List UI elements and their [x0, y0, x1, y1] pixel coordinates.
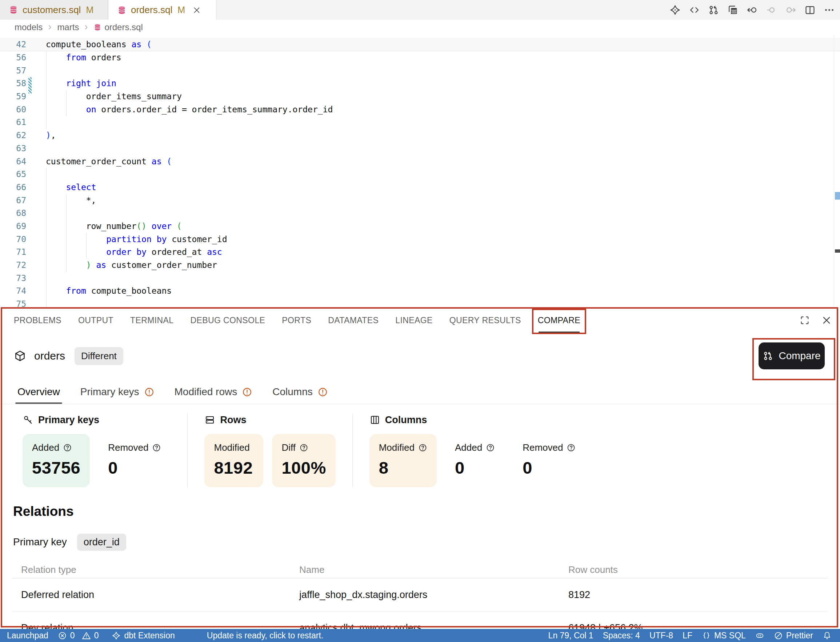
breadcrumb-item-models[interactable]: models: [15, 22, 42, 32]
stat-card-label-text: Modified: [214, 442, 250, 453]
subtab-modified-rows[interactable]: Modified rows: [175, 380, 252, 404]
panel-tab-terminal[interactable]: TERMINAL: [130, 315, 174, 326]
code-token: order by: [106, 247, 146, 257]
help-icon[interactable]: [418, 443, 427, 452]
status-item-notifications[interactable]: [818, 629, 836, 642]
help-icon[interactable]: [566, 443, 576, 452]
stat-section-title: Primary keys: [23, 414, 170, 426]
close-icon[interactable]: [821, 315, 832, 326]
status-item-update-notice[interactable]: Update is ready, click to restart.: [202, 629, 328, 642]
line-number: 56: [0, 51, 26, 64]
stat-card-removed: Removed0: [513, 434, 585, 487]
indent-guide: [66, 220, 66, 233]
open-changes-prev-icon[interactable]: [746, 4, 758, 16]
indent-guide: [46, 285, 47, 298]
help-icon[interactable]: [299, 443, 308, 452]
status-item-cursor-position[interactable]: Ln 79, Col 1: [544, 629, 598, 642]
column-header: Relation type: [12, 564, 299, 576]
code-line-69: 69 row_number() over (: [0, 220, 840, 233]
status-item-dbt-extension[interactable]: dbt Extension: [107, 629, 179, 642]
stat-card-label: Removed: [522, 442, 576, 453]
breadcrumb-label: models: [15, 22, 42, 32]
code-token: partition by: [106, 235, 167, 244]
table-cell: 8192: [568, 589, 828, 601]
editor-tab-orders-sql[interactable]: orders.sqlM: [108, 0, 216, 20]
overview-ruler-border: [834, 35, 834, 307]
duplicate-table-icon[interactable]: [727, 4, 739, 16]
editor-tab-customers-sql[interactable]: customers.sqlM: [0, 0, 108, 19]
overview-ruler-cursor-marker[interactable]: [835, 250, 840, 253]
code-line-72: 72 ) as customer_order_number: [0, 259, 840, 272]
stat-section-title-label: Rows: [220, 414, 246, 426]
panel-tab-debug-console[interactable]: DEBUG CONSOLE: [190, 315, 265, 326]
stat-card-value: 8: [379, 458, 427, 478]
line-number: 62: [0, 129, 26, 142]
code-token: select: [66, 183, 96, 192]
panel-tab-lineage[interactable]: LINEAGE: [395, 315, 433, 326]
status-label: Spaces: 4: [603, 631, 640, 640]
panel-tab-ports[interactable]: PORTS: [282, 315, 311, 326]
split-editor-icon[interactable]: [804, 4, 816, 16]
compare-subtabs: OverviewPrimary keysModified rowsColumns: [0, 380, 840, 404]
stat-card-value: 0: [455, 458, 495, 478]
subtab-columns[interactable]: Columns: [272, 380, 327, 404]
panel-tab-problems[interactable]: PROBLEMS: [14, 315, 62, 326]
subtab-primary-keys[interactable]: Primary keys: [80, 380, 154, 404]
indent-guide: [66, 194, 66, 207]
code-token: [46, 53, 66, 62]
open-changes-next-icon[interactable]: [785, 4, 796, 16]
status-item-language-mode[interactable]: MS SQL: [697, 629, 751, 642]
breadcrumb-item-marts[interactable]: marts: [57, 22, 79, 32]
code-line-63: 63: [0, 142, 840, 155]
help-icon[interactable]: [63, 443, 72, 452]
subtab-overview[interactable]: Overview: [18, 380, 60, 404]
panel-tab-compare[interactable]: COMPARE: [538, 315, 581, 326]
panel-tab-datamates[interactable]: DATAMATES: [328, 315, 379, 326]
stat-card-value: 0: [522, 458, 576, 478]
compare-button[interactable]: Compare: [759, 342, 825, 370]
status-item-encoding[interactable]: UTF-8: [645, 629, 678, 642]
close-icon[interactable]: [192, 6, 201, 15]
code-token: as: [131, 40, 141, 49]
code-token: from: [66, 286, 86, 295]
indent-guide: [46, 116, 47, 129]
status-item-copilot[interactable]: [751, 629, 769, 642]
maximize-icon[interactable]: [799, 315, 810, 326]
code-line-74: 74 from compute_booleans: [0, 285, 840, 298]
status-item-prettier[interactable]: Prettier: [769, 629, 818, 642]
editor-toolbar: [670, 0, 835, 19]
columns-icon: [370, 414, 380, 425]
database-icon: [9, 5, 18, 15]
indent-guide: [66, 246, 66, 259]
status-item-launchpad[interactable]: Launchpad: [2, 629, 53, 642]
code-token: (: [146, 40, 152, 49]
help-icon[interactable]: [486, 443, 495, 452]
code-line-62: 62),: [0, 129, 840, 142]
dbt-power-user-icon[interactable]: [670, 4, 681, 16]
status-bar-left: Launchpad00dbt ExtensionUpdate is ready,…: [0, 629, 328, 642]
status-count: 0: [70, 631, 75, 640]
stat-section-title: Rows: [204, 414, 335, 426]
status-label: Ln 79, Col 1: [548, 631, 594, 640]
status-item-indentation[interactable]: Spaces: 4: [598, 629, 645, 642]
help-icon[interactable]: [152, 443, 161, 452]
breadcrumb-label: marts: [57, 22, 79, 32]
ellipsis-icon[interactable]: [824, 4, 835, 16]
status-label: UTF-8: [649, 631, 673, 640]
code-token: right join: [66, 78, 116, 88]
code-line-64: 64customer_order_count as (: [0, 155, 840, 168]
status-item-problems[interactable]: 00: [53, 629, 107, 642]
stat-card-added: Added53756: [23, 434, 90, 487]
git-compare-icon[interactable]: [708, 4, 719, 16]
panel-tab-output[interactable]: OUTPUT: [78, 315, 114, 326]
breadcrumb-item-orders-sql[interactable]: orders.sql: [94, 22, 143, 32]
code-icon[interactable]: [689, 4, 700, 16]
circle-outline-icon[interactable]: [766, 4, 777, 16]
table-cell: Dev relation: [12, 623, 299, 629]
stat-section-primary-keys: Primary keysAdded53756Removed0: [0, 414, 188, 487]
code-line-60: 60 on orders.order_id = order_items_summ…: [0, 103, 840, 116]
code-editor[interactable]: 42compute_booleans as ( 56 from orders57…: [0, 35, 840, 307]
code-line-71: 71 order by ordered_at asc: [0, 246, 840, 259]
status-item-eol[interactable]: LF: [678, 629, 697, 642]
panel-tab-query-results[interactable]: QUERY RESULTS: [449, 315, 521, 326]
